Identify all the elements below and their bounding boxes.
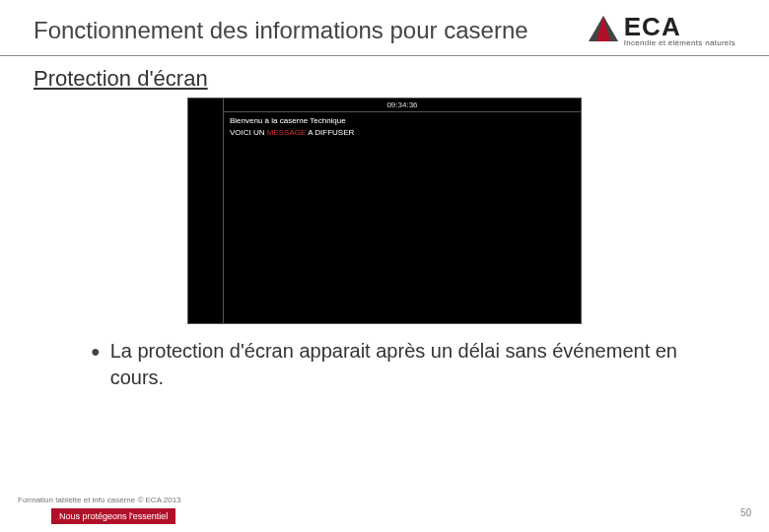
footer-slogan: Nous protégeons l'essentiel	[51, 508, 175, 524]
logo-sub-text: Incendie et éléments naturels	[624, 39, 735, 47]
slide-title: Fonctionnement des informations pour cas…	[34, 17, 528, 44]
logo-text: ECA Incendie et éléments naturels	[624, 14, 735, 47]
bullet-icon: ●	[91, 338, 101, 391]
screenshot-message-text: VOICI UN MESSAGE A DIFFUSER	[230, 128, 354, 137]
msg-highlight: MESSAGE	[267, 128, 307, 137]
page-number: 50	[740, 507, 751, 518]
footer-copyright: Formation tablette et info caserne © ECA…	[18, 496, 181, 504]
content-section: Protection d'écran 09:34:36 Bienvenu à l…	[0, 56, 769, 391]
screensaver-screenshot: 09:34:36 Bienvenu à la caserne Technique…	[187, 98, 582, 324]
section-title: Protection d'écran	[34, 66, 735, 92]
msg-part-b: A DIFFUSER	[306, 128, 354, 137]
triangle-icon	[589, 16, 618, 45]
logo-main-text: ECA	[624, 14, 735, 39]
eca-logo: ECA Incendie et éléments naturels	[589, 14, 735, 47]
list-item: ● La protection d'écran apparait après u…	[91, 338, 696, 391]
msg-part-a: VOICI UN	[230, 128, 267, 137]
screenshot-welcome-text: Bienvenu à la caserne Technique	[230, 116, 346, 125]
screenshot-clock: 09:34:36	[224, 99, 581, 112]
bullet-text: La protection d'écran apparait après un …	[110, 338, 696, 391]
bullet-list: ● La protection d'écran apparait après u…	[34, 338, 735, 391]
slide-header: Fonctionnement des informations pour cas…	[0, 0, 769, 56]
screenshot-sidebar	[188, 99, 224, 323]
